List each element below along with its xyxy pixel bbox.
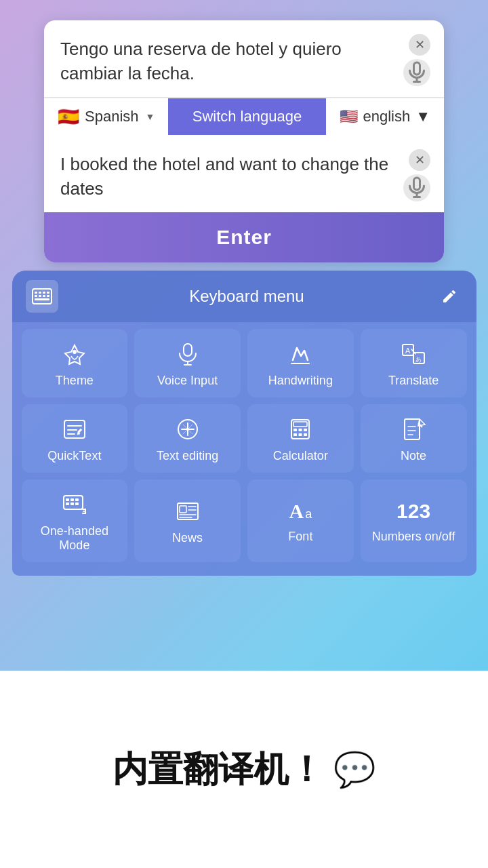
calculator-icon	[287, 416, 313, 442]
keyboard-icon	[26, 280, 58, 313]
svg-rect-47	[70, 502, 74, 505]
svg-rect-44	[70, 498, 74, 501]
svg-rect-0	[414, 62, 420, 75]
bottom-area: 内置翻译机！ 💬	[0, 671, 488, 868]
font-label: Font	[288, 530, 312, 544]
svg-rect-45	[75, 498, 79, 501]
svg-rect-7	[35, 292, 37, 294]
menu-item-theme[interactable]: Theme	[22, 329, 128, 397]
svg-rect-43	[66, 498, 69, 501]
font-icon-display: A a	[289, 500, 312, 523]
svg-rect-37	[304, 433, 307, 436]
target-lang-arrow: ▼	[415, 108, 430, 125]
spanish-flag	[58, 106, 79, 127]
svg-rect-9	[43, 292, 45, 294]
note-label: Note	[401, 449, 426, 463]
numbers-icon: 123	[396, 500, 430, 523]
handwriting-icon	[287, 341, 313, 367]
edit-icon	[441, 288, 458, 304]
enter-button[interactable]: Enter	[44, 212, 444, 262]
svg-rect-31	[293, 422, 307, 427]
note-icon	[401, 416, 426, 442]
theme-icon	[62, 341, 87, 367]
target-mic-icon	[405, 176, 429, 200]
target-mic-button[interactable]	[403, 174, 430, 201]
svg-rect-15	[35, 298, 49, 300]
menu-item-numbers[interactable]: 123 Numbers on/off	[361, 479, 467, 562]
svg-rect-36	[299, 433, 302, 436]
source-lang-arrow: ▼	[146, 111, 155, 122]
svg-rect-17	[184, 344, 192, 356]
one-handed-label: One-handed Mode	[28, 524, 121, 553]
quicktext-label: QuickText	[47, 449, 101, 463]
svg-rect-32	[293, 429, 297, 431]
theme-label: Theme	[56, 374, 94, 388]
svg-rect-51	[180, 506, 186, 513]
text-editing-icon	[175, 416, 201, 442]
svg-rect-10	[47, 292, 49, 294]
menu-item-one-handed[interactable]: One-handed Mode	[22, 479, 128, 562]
svg-rect-35	[293, 433, 297, 436]
one-handed-icon	[62, 492, 87, 517]
menu-item-translate[interactable]: A あ Translate	[361, 329, 467, 397]
cta-chinese: 内置翻译机！	[113, 749, 324, 789]
quicktext-icon	[62, 416, 87, 442]
target-close-button[interactable]: ✕	[409, 149, 430, 171]
svg-rect-11	[35, 295, 37, 297]
svg-rect-38	[405, 419, 420, 439]
translate-icon: A あ	[401, 341, 426, 367]
menu-item-font[interactable]: A a Font	[247, 479, 354, 562]
menu-item-handwriting[interactable]: Handwriting	[247, 329, 354, 397]
edit-button[interactable]	[436, 283, 463, 310]
font-small-a: a	[305, 507, 312, 521]
text-editing-label: Text editing	[157, 449, 218, 463]
menu-item-news[interactable]: News	[134, 479, 241, 562]
svg-rect-13	[43, 295, 45, 297]
source-lang-button[interactable]: Spanish ▼	[44, 98, 168, 136]
menu-item-quicktext[interactable]: QuickText	[22, 404, 128, 473]
svg-rect-46	[66, 502, 69, 505]
svg-point-16	[73, 350, 77, 354]
keyboard-panel: Keyboard menu Theme	[12, 271, 476, 576]
handwriting-label: Handwriting	[268, 374, 333, 388]
cta-text: 内置翻译机！ 💬	[113, 746, 375, 793]
english-flag	[340, 108, 358, 125]
news-label: News	[172, 531, 203, 545]
target-lang-label: english	[363, 108, 411, 125]
target-lang-button[interactable]: english ▼	[326, 100, 445, 134]
menu-item-note[interactable]: Note	[361, 404, 467, 473]
numbers-label: Numbers on/off	[372, 530, 455, 544]
svg-text:A: A	[405, 347, 411, 355]
svg-rect-48	[75, 502, 79, 505]
menu-item-text-editing[interactable]: Text editing	[134, 404, 241, 473]
source-close-button[interactable]: ✕	[409, 34, 430, 56]
cta-emoji: 💬	[333, 751, 375, 789]
font-big-a: A	[289, 500, 304, 523]
translation-card: Tengo una reserva de hotel y quiero camb…	[44, 20, 444, 262]
svg-rect-12	[39, 295, 41, 297]
source-mic-button[interactable]	[403, 59, 430, 86]
menu-item-calculator[interactable]: Calculator	[247, 404, 354, 473]
language-bar: Spanish ▼ Switch language english ▼	[44, 98, 444, 136]
keyboard-header: Keyboard menu	[12, 271, 476, 322]
keyboard-title: Keyboard menu	[58, 287, 436, 306]
target-text: I booked the hotel and want to change th…	[60, 152, 428, 201]
background-area: Tengo una reserva de hotel y quiero camb…	[0, 0, 488, 671]
svg-rect-33	[299, 429, 302, 431]
svg-rect-3	[414, 178, 420, 190]
svg-text:あ: あ	[415, 356, 422, 363]
keyboard-svg	[32, 288, 52, 304]
source-box: Tengo una reserva de hotel y quiero camb…	[44, 20, 444, 98]
calculator-label: Calculator	[273, 449, 328, 463]
menu-item-voice-input[interactable]: Voice Input	[134, 329, 241, 397]
source-lang-label: Spanish	[85, 108, 139, 125]
svg-rect-8	[39, 292, 41, 294]
target-box: I booked the hotel and want to change th…	[44, 136, 444, 212]
mic-icon	[405, 60, 429, 85]
switch-language-button[interactable]: Switch language	[168, 98, 325, 135]
menu-grid: Theme Voice Input Handwriting	[12, 322, 476, 569]
source-text: Tengo una reserva de hotel y quiero camb…	[60, 37, 428, 86]
voice-input-icon	[175, 341, 201, 367]
voice-input-label: Voice Input	[157, 374, 218, 388]
translate-label: Translate	[388, 374, 439, 388]
